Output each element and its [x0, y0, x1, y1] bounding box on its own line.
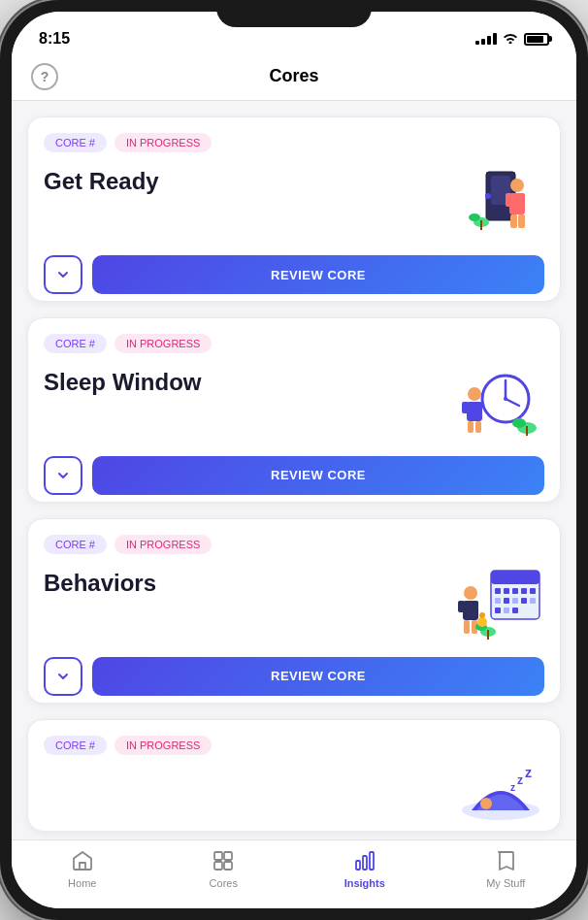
header: ? Cores: [12, 58, 576, 101]
svg-rect-11: [480, 220, 482, 230]
nav-label-cores: Cores: [210, 877, 238, 889]
expand-button-2[interactable]: [44, 456, 82, 495]
svg-point-52: [480, 798, 492, 809]
card-title-3: Behaviors: [44, 570, 156, 598]
wifi-icon: [503, 31, 518, 47]
expand-button-3[interactable]: [44, 657, 82, 696]
nav-item-mystuff[interactable]: My Stuff: [436, 848, 577, 889]
review-button-1[interactable]: REVIEW CORE: [92, 255, 544, 294]
svg-rect-43: [472, 601, 478, 612]
svg-rect-37: [495, 608, 501, 613]
nav-label-insights: Insights: [344, 877, 385, 889]
card-title-2: Sleep Window: [44, 369, 201, 397]
badge-core-4: CORE #: [44, 736, 107, 755]
svg-rect-48: [487, 630, 489, 640]
badge-status-3: IN PROGRESS: [114, 535, 212, 554]
svg-point-50: [479, 612, 485, 618]
badge-core-1: CORE #: [44, 133, 107, 152]
card-title-1: Get Ready: [44, 168, 159, 196]
card-body-2: Sleep Window: [44, 365, 544, 443]
svg-rect-24: [526, 426, 528, 436]
review-button-2[interactable]: REVIEW CORE: [92, 456, 544, 495]
svg-rect-38: [504, 608, 509, 613]
card-actions-3: REVIEW CORE: [44, 657, 544, 696]
svg-rect-26: [491, 571, 539, 584]
core-card-behaviors: CORE # IN PROGRESS Behaviors: [27, 518, 561, 704]
illustration-fourth: z z z: [457, 767, 544, 820]
insights-icon: [352, 848, 377, 873]
svg-rect-29: [512, 588, 518, 594]
svg-rect-57: [224, 852, 232, 860]
mystuff-icon: [493, 848, 518, 873]
card-actions-2: REVIEW CORE: [44, 456, 544, 495]
card-body-1: Get Ready: [44, 164, 544, 242]
card-badges: CORE # IN PROGRESS: [44, 133, 544, 152]
svg-rect-6: [518, 193, 525, 207]
svg-rect-44: [464, 620, 470, 634]
card-badges-3: CORE # IN PROGRESS: [44, 535, 544, 554]
svg-rect-5: [506, 193, 512, 207]
svg-rect-20: [468, 421, 474, 433]
svg-rect-34: [512, 598, 518, 604]
card-badges-2: CORE # IN PROGRESS: [44, 334, 544, 353]
svg-rect-42: [458, 601, 465, 612]
core-card-get-ready: CORE # IN PROGRESS Get Ready: [27, 116, 561, 302]
badge-core-2: CORE #: [44, 334, 107, 353]
card-actions-1: REVIEW CORE: [44, 255, 544, 294]
illustration-sleep-window: [447, 365, 544, 443]
card-badges-4: CORE # IN PROGRESS: [44, 736, 544, 755]
phone-frame: 8:15 ? Cores: [0, 0, 588, 920]
svg-rect-35: [521, 598, 527, 604]
core-card-fourth: CORE # IN PROGRESS z z: [27, 719, 561, 832]
svg-rect-56: [214, 852, 222, 860]
svg-rect-27: [495, 588, 501, 594]
svg-text:z: z: [510, 782, 515, 793]
signal-icon: [475, 33, 497, 45]
svg-rect-60: [356, 861, 360, 870]
svg-rect-36: [530, 598, 536, 604]
notch: [216, 0, 372, 27]
status-time: 8:15: [39, 30, 70, 48]
svg-point-40: [464, 586, 477, 600]
illustration-get-ready: [447, 164, 544, 242]
badge-status-4: IN PROGRESS: [114, 736, 212, 755]
nav-label-mystuff: My Stuff: [486, 877, 525, 889]
expand-button-1[interactable]: [44, 255, 82, 294]
review-button-3[interactable]: REVIEW CORE: [92, 657, 544, 696]
svg-rect-8: [518, 214, 525, 228]
phone-screen: 8:15 ? Cores: [12, 12, 576, 908]
svg-text:z: z: [517, 773, 523, 787]
badge-status-1: IN PROGRESS: [114, 133, 212, 152]
svg-rect-7: [510, 214, 517, 228]
bottom-nav: Home Cores: [12, 839, 576, 908]
core-card-sleep-window: CORE # IN PROGRESS Sleep Window: [27, 317, 561, 503]
nav-item-cores[interactable]: Cores: [153, 848, 295, 889]
content-area: CORE # IN PROGRESS Get Ready: [12, 101, 576, 839]
nav-label-home: Home: [68, 877, 96, 889]
svg-rect-61: [363, 856, 367, 870]
svg-rect-58: [214, 862, 222, 870]
svg-rect-62: [370, 852, 374, 870]
battery-icon: [524, 33, 549, 46]
svg-rect-30: [521, 588, 527, 594]
cores-icon: [211, 848, 236, 873]
svg-point-1: [485, 193, 491, 199]
svg-rect-31: [530, 588, 536, 594]
svg-rect-21: [475, 421, 481, 433]
svg-text:z: z: [525, 767, 532, 780]
svg-rect-39: [512, 608, 518, 613]
svg-rect-19: [475, 402, 482, 413]
svg-point-3: [510, 179, 524, 192]
svg-rect-28: [504, 588, 509, 594]
status-icons: [475, 31, 549, 47]
home-icon: [70, 848, 95, 873]
svg-rect-18: [462, 402, 469, 413]
card-body-3: Behaviors: [44, 566, 544, 643]
badge-core-3: CORE #: [44, 535, 107, 554]
help-button[interactable]: ?: [31, 63, 58, 90]
svg-rect-32: [495, 598, 501, 604]
nav-item-home[interactable]: Home: [12, 848, 153, 889]
nav-item-insights[interactable]: Insights: [294, 848, 436, 889]
badge-status-2: IN PROGRESS: [114, 334, 212, 353]
svg-rect-59: [224, 862, 232, 870]
